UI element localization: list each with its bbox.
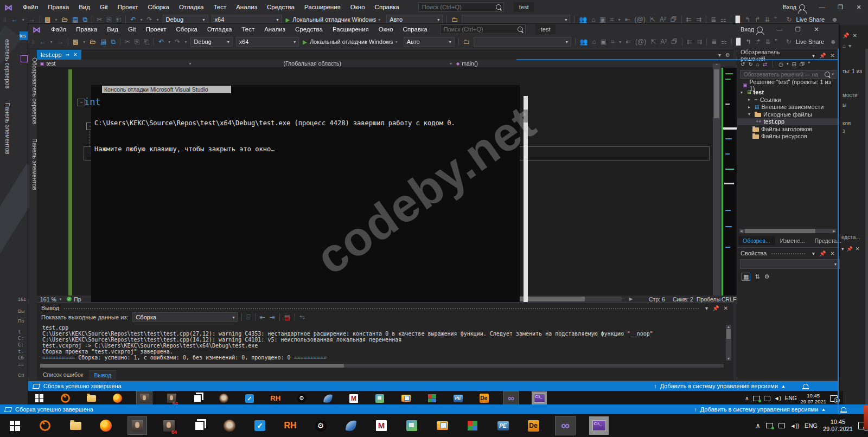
tray-update-icon[interactable] [766,423,773,428]
taskbar-icon-resource-editor[interactable] [399,392,412,405]
undo-dropdown-icon[interactable]: ▾ [166,37,173,47]
breadcrumb-member[interactable]: ◆ main() [456,60,478,67]
taskbar-icon-detect-it-easy[interactable]: De [477,392,490,405]
restore-button[interactable]: ❐ [789,24,807,35]
zoom-level[interactable]: 161 % [37,296,60,303]
clear-bookmarks-icon[interactable]: ⇊ [763,37,773,47]
live-share-button[interactable]: ↻ Live Share [784,15,825,25]
indent-decrease-icon[interactable]: ⇤ [623,15,633,25]
pin-icon[interactable]: 📌 [817,250,828,256]
copy-doc-icon[interactable]: 🗇 [668,15,679,25]
tray-update-icon[interactable] [753,396,760,401]
line-ending[interactable]: CRLF [722,296,736,303]
terminal-icon[interactable]: ⌗ [609,37,617,47]
open-file-icon[interactable]: 🗁 [87,37,98,47]
expander-icon[interactable]: ▾ [741,90,745,95]
tab-class-view[interactable]: Предста... [810,236,846,245]
sign-in-button[interactable]: Вход [741,26,763,33]
taskbar-icon-gear-app[interactable]: ⚙ [295,392,308,405]
notifications-bell-icon[interactable] [803,384,808,388]
paste-icon[interactable]: ⎗ [142,37,152,47]
menu-analyze[interactable]: Анализ [259,24,290,35]
undo-icon[interactable]: ↶ [156,37,166,47]
show-all-files-icon[interactable]: 🗇 [800,61,805,67]
output-hscrollbar[interactable] [40,364,724,368]
tree-node-header-files[interactable]: Файлы заголовков [737,125,839,133]
feedback-icon[interactable]: ☻ [829,15,840,25]
solution-platforms-icon[interactable]: 👥 [578,37,590,47]
save-icon[interactable]: ▤ [98,37,108,47]
next-bookmark-icon[interactable]: ↱ [752,15,762,25]
pin-icon[interactable]: 📌 [843,33,849,38]
back-icon[interactable]: ↺ [741,61,745,67]
menu-project[interactable]: Проект [113,1,143,13]
indent-decrease-icon[interactable]: ⇤ [623,37,633,47]
menu-view[interactable]: Вид [102,24,123,35]
solution-name-chip[interactable]: test [535,24,556,34]
next-bookmark-icon[interactable]: ↱ [753,37,763,47]
console-scrollbar[interactable] [524,96,528,302]
taskbar-icon-photo-64[interactable]: 64 [165,392,178,405]
live-share-button[interactable]: ↻ Live Share [784,37,825,47]
tray-volume-icon[interactable]: ◄) [774,395,781,401]
menu-debug[interactable]: Отладка [202,24,237,35]
layout-dropdown-icon[interactable]: ▾ [617,37,623,47]
menu-window[interactable]: Окно [374,24,398,35]
hscrollbar-thumb[interactable] [745,229,815,233]
new-project-icon[interactable]: ▩ [71,37,81,47]
home-icon[interactable]: ⌂ [756,61,760,67]
undo-dropdown-icon[interactable]: ▾ [138,15,145,25]
menu-test[interactable]: Тест [208,1,231,13]
dropdown-icon[interactable]: ▾ [787,62,789,66]
taskbar-start-button[interactable] [33,392,46,405]
close-icon[interactable]: ✕ [73,52,78,57]
bookmark-icon[interactable]: ▉ [733,15,743,25]
dropdown-icon[interactable]: ▾ [703,305,710,311]
taskbar-icon-todo-check[interactable]: ✓ [252,417,268,434]
pin-icon[interactable]: ⇸ [66,52,70,57]
taskbar-icon-explorer[interactable] [67,417,84,434]
breadcrumb-scope[interactable]: (Глобальная область) [284,60,342,67]
search-input[interactable] [443,25,510,33]
clear-bookmarks-icon[interactable]: ⇊ [762,15,772,25]
taskbar-icon-task-view[interactable] [191,392,204,405]
prev-bookmark-icon[interactable]: ↰ [743,15,752,25]
shift-right-icon[interactable]: ⇉ [694,15,704,25]
prev-bookmark-icon[interactable]: ↰ [743,37,753,47]
tab-git-changes[interactable]: Измене... [776,236,809,245]
editor-minimap[interactable] [722,68,738,295]
copy-doc-icon[interactable]: 🗇 [669,37,680,47]
terminal-icon[interactable]: ⌗ [608,15,616,25]
panel-drag-handle[interactable] [771,252,806,254]
window-layout-icon[interactable]: ▣ [598,37,609,47]
taskbar-icon-bear-app[interactable] [221,417,238,434]
start-debug-button[interactable]: ▶ Локальный отладчик Windows ▾ [303,37,400,47]
taskbar-icon-visual-studio[interactable]: ∞ [556,416,575,435]
save-all-icon[interactable]: ⧉ [109,37,118,47]
forward-icon[interactable]: ↻ [748,61,752,67]
cut-icon[interactable]: ✂ [123,37,132,47]
taskbar-icon-todo-check[interactable]: ✓ [243,392,256,405]
navigate-back-icon[interactable]: ← [9,15,20,25]
taskbar-icon-debug-console[interactable]: C:\_ [532,391,547,406]
save-all-icon[interactable]: ⧉ [81,15,90,25]
attach-combo[interactable]: Авто▾ [404,37,455,47]
solution-platforms-icon[interactable]: 👥 [577,15,589,25]
tree-node-source-files[interactable]: ▾ Исходные файлы [737,111,839,118]
dropdown-icon[interactable]: ▾ [810,53,817,59]
outer-scrollbar[interactable] [865,49,868,404]
tab-test-cpp[interactable]: test.cpp ⇸ ✕ [37,50,81,60]
dropdown-icon[interactable]: ▾ [810,250,817,256]
tab-list-dropdown-icon[interactable]: ▾ [718,52,721,58]
tray-language[interactable]: ENG [785,395,797,401]
more-icon[interactable]: " [808,61,810,67]
shift-right-icon[interactable]: ⇉ [694,37,704,47]
home-icon[interactable]: ⌂ [589,15,597,25]
property-pages-icon[interactable]: ⚙ [764,273,770,280]
clipped-document-tab[interactable]: tes [20,31,28,40]
close-icon[interactable]: ✕ [722,305,730,311]
taskbar-icon-cubes-app[interactable] [464,417,481,434]
scroll-left-icon[interactable]: ◀ [740,229,743,233]
shift-left-icon[interactable]: ⇇ [685,37,694,47]
tray-notifications-icon[interactable]: 1 [830,395,838,402]
